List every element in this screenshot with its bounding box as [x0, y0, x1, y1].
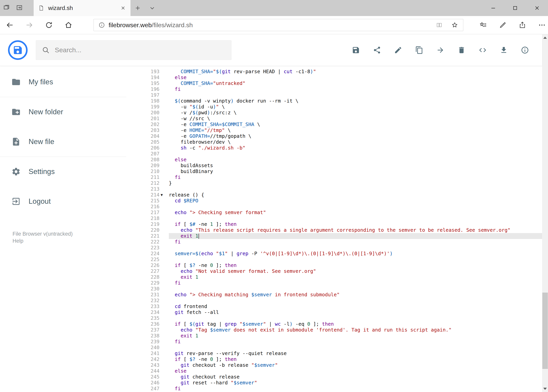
- code-line-205[interactable]: 205 filebrowser/dev \: [126, 139, 542, 145]
- code-line-203[interactable]: 203 -e HOME="//tmp" \: [126, 127, 542, 133]
- code-line-218[interactable]: 218: [126, 216, 542, 221]
- code-line-202[interactable]: 202 -e COMMIT_SHA=$COMMIT_SHA \: [126, 121, 542, 127]
- code-view-button[interactable]: [478, 45, 487, 55]
- sidebar-item-settings[interactable]: Settings: [0, 157, 126, 187]
- forward-button[interactable]: [22, 18, 36, 32]
- sidebar-item-new-file[interactable]: New file: [0, 127, 126, 157]
- code-line-201[interactable]: 201 -w //src \: [126, 116, 542, 121]
- close-button[interactable]: [526, 0, 548, 16]
- code-line-213[interactable]: 213: [126, 186, 542, 192]
- code-line-195[interactable]: 195 COMMIT_SHA="untracked": [126, 80, 542, 86]
- delete-button[interactable]: [457, 45, 466, 55]
- code-line-231[interactable]: 231 echo "> Checking matching $semver in…: [126, 292, 542, 298]
- code-line-198[interactable]: 198 $(command -v winpty) docker run --rm…: [126, 98, 542, 104]
- code-line-245[interactable]: 245 git checkout release: [126, 374, 542, 380]
- scroll-up-arrow[interactable]: [542, 34, 548, 41]
- code-line-241[interactable]: 241 git rev-parse --verify --quiet relea…: [126, 350, 542, 356]
- code-line-208[interactable]: 208 else: [126, 157, 542, 163]
- code-line-225[interactable]: 225: [126, 257, 542, 262]
- sidebar-item-my-files[interactable]: My files: [0, 67, 126, 97]
- home-button[interactable]: [62, 18, 76, 32]
- code-line-193[interactable]: 193 COMMIT_SHA="$(git rev-parse HEAD | c…: [126, 69, 542, 75]
- code-line-216[interactable]: 216: [126, 204, 542, 210]
- code-line-215[interactable]: 215 cd $REPO: [126, 198, 542, 204]
- code-line-197[interactable]: 197: [126, 92, 542, 98]
- code-line-209[interactable]: 209 buildAssets: [126, 163, 542, 168]
- code-line-222[interactable]: 222 fi: [126, 239, 542, 245]
- code-line-239[interactable]: 239 fi: [126, 339, 542, 345]
- code-line-240[interactable]: 240: [126, 345, 542, 350]
- code-line-237[interactable]: 237 echo "Tag $semver does not exist in …: [126, 327, 542, 333]
- code-line-243[interactable]: 243 git checkout -b release "$semver": [126, 362, 542, 368]
- code-line-246[interactable]: 246 git reset --hard "$semver": [126, 380, 542, 386]
- info-button[interactable]: [520, 45, 530, 55]
- code-line-247[interactable]: 247 fi: [126, 386, 542, 392]
- minimize-button[interactable]: [482, 0, 504, 16]
- reading-view-button[interactable]: [436, 21, 443, 28]
- code-line-206[interactable]: 206 sh -c "./wizard.sh -b": [126, 145, 542, 151]
- new-tab-button[interactable]: [131, 0, 145, 16]
- code-line-210[interactable]: 210 buildBinary: [126, 168, 542, 174]
- sidebar-item-new-folder[interactable]: New folder: [0, 97, 126, 127]
- page-scrollbar[interactable]: [542, 34, 548, 392]
- code-line-212[interactable]: 212}: [126, 180, 542, 186]
- fold-marker-icon[interactable]: ▾: [160, 192, 169, 198]
- code-line-244[interactable]: 244 else: [126, 368, 542, 374]
- refresh-button[interactable]: [42, 18, 56, 32]
- download-button[interactable]: [499, 45, 508, 55]
- code-line-223[interactable]: 223: [126, 245, 542, 251]
- add-favorite-button[interactable]: [451, 21, 458, 29]
- code-line-199[interactable]: 199 -u "$(id -u)" \: [126, 104, 542, 110]
- address-bar[interactable]: filebrowser.web/files/wizard.sh: [94, 19, 463, 31]
- annotate-button[interactable]: [497, 20, 508, 30]
- code-line-230[interactable]: 230: [126, 286, 542, 292]
- code-line-221[interactable]: 221 exit 1: [126, 233, 542, 239]
- code-line-194[interactable]: 194 else: [126, 75, 542, 80]
- app-logo[interactable]: [8, 40, 28, 60]
- tab-preview-chevron-button[interactable]: [145, 0, 160, 16]
- site-info-icon[interactable]: [98, 22, 105, 28]
- more-options-button[interactable]: [536, 20, 548, 30]
- browser-tab[interactable]: wizard.sh: [34, 0, 131, 16]
- tabs-preview-button[interactable]: [13, 0, 26, 16]
- code-line-234[interactable]: 234 git fetch --all: [126, 309, 542, 315]
- search-input[interactable]: [55, 46, 225, 54]
- code-line-233[interactable]: 233 cd frontend: [126, 304, 542, 309]
- code-editor[interactable]: 193 COMMIT_SHA="$(git rev-parse HEAD | c…: [126, 66, 542, 392]
- code-line-229[interactable]: 229 fi: [126, 280, 542, 286]
- help-link[interactable]: Help: [13, 237, 73, 245]
- code-line-228[interactable]: 228 exit 1: [126, 274, 542, 280]
- tab-close-icon[interactable]: [120, 5, 126, 11]
- code-line-232[interactable]: 232: [126, 298, 542, 304]
- maximize-button[interactable]: [504, 0, 526, 16]
- back-button[interactable]: [3, 18, 17, 32]
- code-line-242[interactable]: 242 if [ $? -ne 0 ]; then: [126, 356, 542, 362]
- code-line-220[interactable]: 220 echo "This release script requires a…: [126, 227, 542, 233]
- search-box[interactable]: [36, 40, 231, 60]
- code-line-236[interactable]: 236 if [ $(git tag | grep "$semver" | wc…: [126, 321, 542, 327]
- code-line-219[interactable]: 219 if [ $# -ne 1 ]; then: [126, 221, 542, 227]
- sidebar-item-logout[interactable]: Logout: [0, 187, 126, 216]
- code-line-207[interactable]: 207: [126, 151, 542, 157]
- code-line-224[interactable]: 224 semver=$(echo "$1" | grep -P '^v(0|[…: [126, 251, 542, 257]
- code-line-226[interactable]: 226 if [ $? -ne 0 ]; then: [126, 262, 542, 268]
- code-line-196[interactable]: 196 fi: [126, 86, 542, 92]
- move-button[interactable]: [436, 45, 445, 55]
- set-tabs-aside-button[interactable]: [0, 0, 13, 16]
- code-line-235[interactable]: 235: [126, 315, 542, 321]
- share-button[interactable]: [372, 45, 382, 55]
- copy-button[interactable]: [415, 45, 424, 55]
- edit-button[interactable]: [393, 45, 403, 55]
- code-line-200[interactable]: 200 -v /$(pwd):/src:z \: [126, 110, 542, 116]
- code-line-227[interactable]: 227 echo "Not valid semver format. See s…: [126, 268, 542, 274]
- save-button[interactable]: [351, 45, 361, 55]
- hub-favorites-button[interactable]: [478, 20, 489, 30]
- scroll-down-arrow[interactable]: [542, 385, 548, 392]
- code-line-214[interactable]: 214▾release () {: [126, 192, 542, 198]
- code-line-238[interactable]: 238 exit 1: [126, 333, 542, 339]
- code-line-211[interactable]: 211 fi: [126, 174, 542, 180]
- scrollbar-thumb[interactable]: [542, 293, 548, 369]
- code-line-204[interactable]: 204 -e GOPATH=//tmp/gopath \: [126, 133, 542, 139]
- share-button[interactable]: [517, 20, 528, 30]
- code-line-217[interactable]: 217 echo "> Checking semver format": [126, 210, 542, 216]
